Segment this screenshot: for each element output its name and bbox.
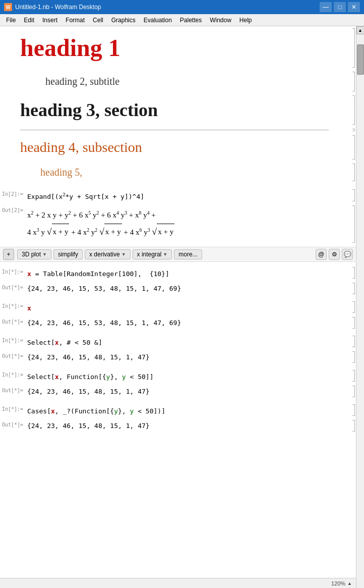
suggest-simplify[interactable]: simplify [53, 249, 83, 259]
chat-icon[interactable]: 💬 [342, 249, 353, 260]
maximize-button[interactable]: □ [334, 2, 346, 12]
in2-code[interactable]: Expand[(x2*y + Sqrt[x + y])^4] [27, 189, 329, 201]
out4-cell-content: Out[*]= {24, 23, 46, 15, 53, 48, 15, 1, … [0, 315, 349, 331]
out7-cell-content: Out[*]= {24, 23, 46, 15, 48, 15, 1, 47} [0, 418, 349, 434]
in3-cell-content[interactable]: In[*]:= x = Table[RandomInteger[100], {1… [0, 265, 349, 281]
h2-bracket[interactable] [349, 70, 356, 93]
hr-bracket[interactable] [349, 127, 356, 133]
menu-graphics[interactable]: Graphics [107, 16, 140, 25]
suggest-x-integral[interactable]: x integral▼ [133, 249, 172, 259]
h3-cell-content[interactable]: heading 3, section [0, 93, 349, 127]
in2-cell-row: In[2]:= Expand[(x2*y + Sqrt[x + y])^4] [0, 187, 356, 203]
out2-label: Out[2]= [2, 207, 23, 213]
h4-cell-content[interactable]: heading 4, subsection [0, 133, 349, 162]
out6-cell-row: Out[*]= {24, 23, 46, 15, 48, 15, 1, 47} [0, 384, 356, 399]
close-button[interactable]: ✕ [348, 2, 360, 12]
h2-cell-content[interactable]: heading 2, subtitle [0, 70, 349, 93]
h5-bracket[interactable] [349, 162, 356, 183]
in6-code[interactable]: Select[x, Function[{y}, y < 50]] [27, 370, 329, 382]
in4-cell-content[interactable]: In[*]:= x [0, 299, 349, 315]
in2-bracket[interactable] [349, 187, 356, 203]
menu-file[interactable]: File [2, 16, 20, 25]
settings-icon[interactable]: ⚙ [329, 249, 340, 260]
out3-cell-row: Out[*]= {24, 23, 46, 15, 53, 48, 15, 1, … [0, 281, 356, 296]
out6-cell-content: Out[*]= {24, 23, 46, 15, 48, 15, 1, 47} [0, 384, 349, 399]
in4-label: In[*]:= [2, 303, 23, 309]
out6-bracket[interactable] [349, 384, 356, 399]
horizontal-rule [20, 130, 329, 130]
in3-cell-row: In[*]:= x = Table[RandomInteger[100], {1… [0, 265, 356, 281]
h2-cell-row: heading 2, subtitle [0, 70, 356, 93]
heading-2: heading 2, subtitle [20, 72, 329, 91]
in6-cell-row: In[*]:= Select[x, Function[{y}, y < 50]] [0, 368, 356, 384]
heading-4: heading 4, subsection [20, 135, 329, 159]
suggest-3d-plot[interactable]: 3D plot▼ [17, 249, 51, 259]
heading-1: heading 1 [20, 28, 329, 68]
menu-bar: File Edit Insert Format Cell Graphics Ev… [0, 14, 364, 26]
out3-cell-content: Out[*]= {24, 23, 46, 15, 53, 48, 15, 1, … [0, 281, 349, 296]
menu-edit[interactable]: Edit [20, 16, 38, 25]
hr-cell-content [0, 127, 349, 133]
out2-cell-content: Out[2]= x2 + 2 x y + y2 + 6 x5 y2 + 6 x4… [0, 203, 349, 245]
out7-cell-row: Out[*]= {24, 23, 46, 15, 48, 15, 1, 47} [0, 418, 356, 434]
out7-bracket[interactable] [349, 418, 356, 434]
out3-bracket[interactable] [349, 281, 356, 296]
zoom-arrow-up[interactable]: ▲ [347, 581, 352, 586]
in2-label: In[2]:= [2, 191, 23, 197]
out5-cell-row: Out[*]= {24, 23, 46, 15, 48, 15, 1, 47} [0, 349, 356, 365]
h4-cell-row: heading 4, subsection [0, 133, 356, 162]
in7-cell-content[interactable]: In[*]:= Cases[x, _?(Function[{y}, y < 50… [0, 402, 349, 418]
in3-bracket[interactable] [349, 265, 356, 281]
menu-evaluation[interactable]: Evaluation [140, 16, 176, 25]
app-icon: W [4, 3, 12, 11]
out4-bracket[interactable] [349, 315, 356, 331]
out5-bracket[interactable] [349, 349, 356, 365]
zoom-level: 120% [331, 580, 345, 586]
suggest-x-derivative[interactable]: x derivative▼ [85, 249, 131, 259]
out7-val: {24, 23, 46, 15, 48, 15, 1, 47} [27, 420, 329, 432]
in6-bracket[interactable] [349, 368, 356, 384]
out2-bracket[interactable] [349, 203, 356, 245]
scroll-thumb[interactable] [357, 44, 364, 75]
in7-bracket[interactable] [349, 402, 356, 418]
in4-code[interactable]: x [27, 301, 329, 313]
h1-cell-row: heading 1 [0, 26, 356, 70]
out3-label: Out[*]= [2, 285, 23, 290]
h5-cell-row: heading 5, [0, 162, 356, 183]
in7-code[interactable]: Cases[x, _?(Function[{y}, y < 50])] [27, 404, 329, 416]
in3-code[interactable]: x = Table[RandomInteger[100], {10}] [27, 267, 329, 279]
suggest-more[interactable]: more... [174, 249, 202, 259]
zoom-bar: 120% ▲ [0, 578, 356, 588]
add-cell-icon[interactable]: + [3, 249, 14, 260]
out7-label: Out[*]= [2, 422, 23, 427]
menu-palettes[interactable]: Palettes [176, 16, 206, 25]
h1-cell-content[interactable]: heading 1 [0, 26, 349, 70]
in5-bracket[interactable] [349, 334, 356, 349]
minimize-button[interactable]: — [320, 2, 332, 12]
heading-5: heading 5, [20, 164, 329, 181]
scroll-up-arrow[interactable]: ▲ [356, 26, 365, 34]
suggestion-bar: + 3D plot▼ simplify x derivative▼ x inte… [0, 247, 356, 262]
menu-insert[interactable]: Insert [38, 16, 62, 25]
h1-bracket[interactable] [349, 26, 356, 70]
internet-icon[interactable]: @ [316, 249, 327, 260]
menu-format[interactable]: Format [62, 16, 89, 25]
in3-label: In[*]:= [2, 269, 23, 275]
in5-cell-row: In[*]:= Select[x, # < 50 &] [0, 334, 356, 349]
in5-cell-content[interactable]: In[*]:= Select[x, # < 50 &] [0, 334, 349, 349]
h3-bracket[interactable] [349, 93, 356, 127]
notebook-content[interactable]: heading 1 heading 2, subtitle heading 3,… [0, 26, 356, 588]
menu-help[interactable]: Help [235, 16, 256, 25]
scrollbar[interactable]: ▲ [356, 26, 364, 588]
in2-cell-content[interactable]: In[2]:= Expand[(x2*y + Sqrt[x + y])^4] [0, 187, 349, 203]
in4-bracket[interactable] [349, 299, 356, 315]
in5-code[interactable]: Select[x, # < 50 &] [27, 336, 329, 347]
menu-cell[interactable]: Cell [89, 16, 107, 25]
h5-cell-content[interactable]: heading 5, [0, 162, 349, 183]
in6-cell-content[interactable]: In[*]:= Select[x, Function[{y}, y < 50]] [0, 368, 349, 384]
title-bar: W Untitled-1.nb - Wolfram Desktop — □ ✕ [0, 0, 364, 14]
out3-val: {24, 23, 46, 15, 53, 48, 15, 1, 47, 69} [27, 283, 329, 294]
h3-cell-row: heading 3, section [0, 93, 356, 127]
h4-bracket[interactable] [349, 133, 356, 162]
menu-window[interactable]: Window [206, 16, 235, 25]
